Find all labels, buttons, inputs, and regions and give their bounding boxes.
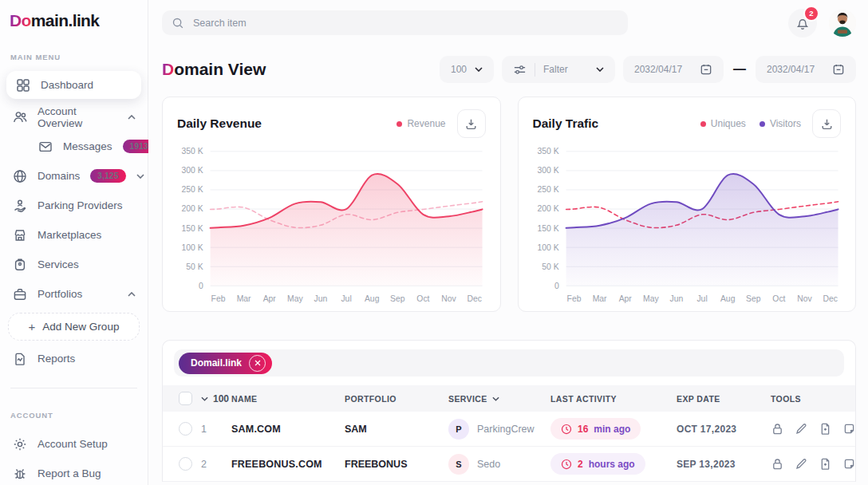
sidebar-item-dashboard[interactable]: Dashboard	[6, 71, 141, 99]
column-header-portfolio[interactable]: PORTFOLIO	[345, 394, 448, 404]
legend-item: Visitors	[760, 118, 801, 129]
edit-pencil-icon[interactable]	[795, 457, 808, 471]
notifications-button[interactable]: 2	[788, 9, 817, 37]
svg-text:350 K: 350 K	[182, 147, 203, 156]
table-row[interactable]: 1 SAM.COM SAM P ParkingCrew 16min ago OC…	[163, 412, 855, 447]
main-area: 2 Domain View 100	[148, 0, 868, 485]
chevron-down-icon	[492, 396, 499, 401]
report-document-icon	[12, 352, 27, 366]
column-header-name[interactable]: NAME	[231, 394, 345, 404]
sidebar-item-reports[interactable]: Reports	[0, 344, 148, 373]
chart-legend: Uniques Visitors	[700, 118, 801, 129]
download-chart-button[interactable]	[812, 109, 841, 138]
service-name: Sedo	[477, 459, 500, 470]
search-bar[interactable]	[162, 10, 628, 35]
sidebar: Domain.link MAIN MENU Dashboard Account …	[0, 0, 148, 485]
exp-date: OCT 17,2023	[677, 424, 771, 435]
charts-row: Daily Revenue Revenue 350 K300 K250 K200…	[162, 97, 856, 312]
filter-chips-bar: Domail.link	[174, 349, 844, 377]
user-avatar[interactable]	[829, 10, 856, 37]
note-add-icon[interactable]	[842, 457, 856, 471]
sidebar-item-label: Reports	[37, 353, 75, 365]
domains-table-card: Domail.link 100 NAME PORTFOLIO SERVICE	[162, 340, 856, 482]
chevron-up-icon[interactable]	[128, 292, 136, 297]
bug-icon	[12, 467, 27, 481]
page-controls: 100 Falter 2032/04/17 —	[440, 56, 856, 83]
file-plus-icon[interactable]	[819, 457, 832, 471]
column-header-tools: TOOLS	[771, 394, 855, 404]
svg-text:Jul: Jul	[696, 294, 707, 303]
date-from-picker[interactable]: 2032/04/17	[623, 56, 724, 83]
search-icon	[172, 17, 184, 30]
row-checkbox[interactable]	[179, 422, 192, 436]
svg-text:Jun: Jun	[669, 294, 683, 303]
date-range-separator: —	[732, 62, 748, 77]
last-activity-badge: 16min ago	[550, 418, 641, 440]
table-row[interactable]: 2 FREEBONUS.COM FREEBONUS S Sedo 2hours …	[163, 447, 855, 482]
svg-text:Sep: Sep	[746, 294, 761, 303]
lock-icon[interactable]	[771, 422, 784, 436]
remove-chip-icon[interactable]	[249, 355, 266, 372]
domain-name: SAM.COM	[231, 424, 345, 435]
sidebar-item-label: Messages	[63, 140, 112, 152]
chevron-down-icon[interactable]	[136, 174, 144, 179]
legend-dot	[700, 121, 706, 127]
service-avatar: S	[448, 454, 469, 475]
app-logo[interactable]: Domain.link	[0, 11, 148, 30]
sidebar-item-services[interactable]: Services	[0, 250, 148, 279]
note-add-icon[interactable]	[842, 422, 856, 436]
filter-chip-domail-link[interactable]: Domail.link	[179, 353, 272, 374]
sidebar-item-label: Parking Providers	[37, 199, 123, 211]
sidebar-item-label: Services	[37, 258, 79, 270]
svg-text:Sep: Sep	[390, 294, 405, 303]
column-header-last-activity[interactable]: LAST ACTIVITY	[550, 394, 677, 404]
clock-icon	[561, 424, 572, 435]
svg-text:May: May	[643, 294, 659, 303]
sidebar-item-label: Dashboard	[41, 79, 93, 91]
filter-dropdown[interactable]: Falter	[502, 56, 615, 83]
column-header-service[interactable]: SERVICE	[448, 394, 550, 404]
sidebar-item-portfolios[interactable]: Portfolios	[0, 279, 148, 309]
edit-pencil-icon[interactable]	[795, 422, 808, 436]
svg-text:250 K: 250 K	[182, 185, 203, 194]
svg-text:300 K: 300 K	[537, 166, 558, 175]
sidebar-item-marketplaces[interactable]: Marketplaces	[0, 220, 148, 250]
notification-count-badge: 2	[803, 6, 819, 22]
lock-icon[interactable]	[771, 457, 784, 471]
svg-text:250 K: 250 K	[537, 185, 558, 194]
file-plus-icon[interactable]	[819, 422, 832, 436]
page-head: Domain View 100 Falter 2032/04/17	[162, 56, 856, 83]
svg-text:Nov: Nov	[797, 294, 812, 303]
sidebar-item-domains[interactable]: Domains 3,125	[0, 161, 148, 191]
domain-name: FREEBONUS.COM	[231, 459, 345, 470]
sidebar-item-account-setup[interactable]: Account Setup	[0, 429, 148, 459]
date-to-picker[interactable]: 2032/04/17	[756, 56, 856, 83]
column-header-exp-date[interactable]: EXP DATE	[677, 394, 771, 404]
content: Domain View 100 Falter 2032/04/17	[148, 45, 868, 482]
row-checkbox[interactable]	[179, 457, 192, 471]
sidebar-item-messages[interactable]: Messages 19135	[0, 132, 148, 161]
sidebar-item-account-overview[interactable]: Account Overview	[0, 102, 148, 132]
legend-item: Revenue	[397, 118, 445, 129]
select-count-dropdown[interactable]: 100	[201, 393, 231, 404]
svg-text:300 K: 300 K	[182, 166, 203, 175]
parking-provider-icon	[12, 199, 27, 213]
sidebar-item-label: Account Overview	[37, 105, 117, 129]
search-input[interactable]	[191, 17, 618, 30]
topbar-right: 2	[788, 9, 856, 37]
sidebar-item-parking-providers[interactable]: Parking Providers	[0, 191, 148, 220]
svg-text:Aug: Aug	[720, 294, 735, 303]
svg-text:Mar: Mar	[592, 294, 606, 303]
portfolio-name: SAM	[345, 424, 448, 435]
download-chart-button[interactable]	[457, 109, 486, 138]
sidebar-item-report-a-bug[interactable]: Report a Bug	[0, 459, 148, 485]
page-size-select[interactable]: 100	[440, 56, 494, 83]
legend-dot	[760, 121, 765, 127]
add-new-group-button[interactable]: + Add New Group	[8, 313, 140, 341]
svg-text:50 K: 50 K	[186, 262, 203, 271]
table-header-row: 100 NAME PORTFOLIO SERVICE LAST ACTIVITY…	[163, 385, 855, 412]
clock-icon	[561, 459, 572, 470]
chevron-up-icon[interactable]	[128, 115, 136, 120]
svg-text:350 K: 350 K	[537, 147, 558, 156]
select-all-checkbox[interactable]	[179, 392, 192, 405]
